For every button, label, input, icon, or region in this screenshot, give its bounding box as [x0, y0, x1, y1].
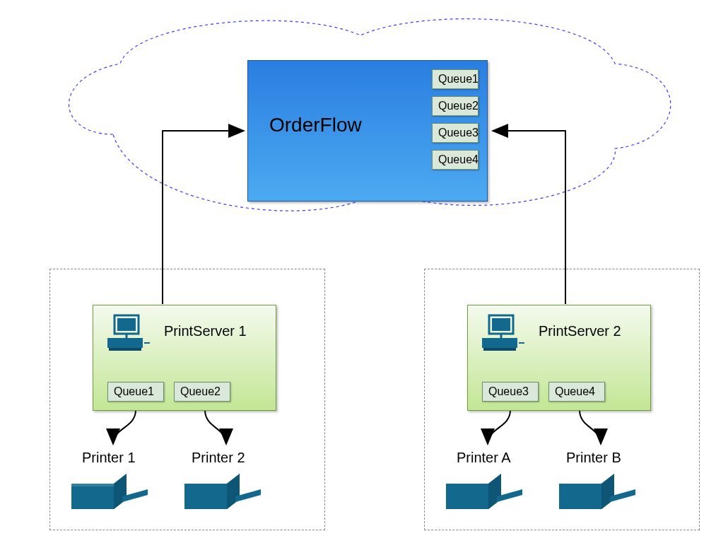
svg-rect-16 — [492, 318, 510, 331]
computer-icon — [481, 314, 526, 355]
svg-rect-7 — [71, 484, 114, 509]
printer-2-icon — [184, 471, 262, 520]
svg-marker-23 — [488, 474, 501, 509]
ps1-queue1: Queue1 — [107, 382, 164, 402]
svg-rect-2 — [107, 338, 143, 348]
printer-2-label: Printer 2 — [192, 450, 245, 466]
printer-b-label: Printer B — [566, 450, 621, 466]
ps2-queue4: Queue4 — [548, 382, 605, 402]
diagram-stage: OrderFlow Queue1 Queue2 Queue3 Queue4 — [0, 0, 728, 560]
group-printserver-2: PrintServer 2 Queue3 Queue4 Printer A Pr… — [424, 269, 700, 530]
svg-rect-1 — [117, 318, 136, 331]
svg-marker-27 — [601, 474, 614, 509]
printserver-2-queues: Queue3 Queue4 — [482, 382, 605, 402]
svg-rect-20 — [519, 342, 524, 344]
svg-rect-22 — [446, 484, 488, 509]
printer-b-icon — [559, 471, 637, 520]
group-printserver-1: PrintServer 1 Queue1 Queue2 Printer 1 Pr… — [49, 269, 325, 530]
svg-rect-9 — [71, 484, 114, 486]
printserver-1-queues: Queue1 Queue2 — [107, 382, 230, 402]
ps2-queue3: Queue3 — [482, 382, 539, 402]
printer-a-icon — [446, 471, 524, 520]
printer-a-label: Printer A — [457, 450, 511, 466]
svg-rect-26 — [559, 484, 601, 509]
svg-marker-13 — [227, 474, 240, 509]
svg-rect-3 — [109, 348, 141, 351]
printserver-1-title: PrintServer 1 — [164, 323, 247, 339]
svg-rect-17 — [482, 338, 517, 348]
ps1-queue2: Queue2 — [174, 382, 230, 402]
printserver-2-title: PrintServer 2 — [539, 323, 621, 339]
printer-1-label: Printer 1 — [82, 450, 136, 466]
svg-rect-5 — [144, 342, 150, 344]
printer-1-icon — [71, 471, 149, 520]
printserver-2-box: PrintServer 2 Queue3 Queue4 — [467, 305, 651, 411]
computer-icon — [106, 314, 151, 355]
svg-marker-8 — [114, 474, 127, 509]
svg-rect-12 — [184, 484, 227, 509]
printserver-1-box: PrintServer 1 Queue1 Queue2 — [93, 305, 276, 411]
svg-rect-18 — [483, 348, 516, 351]
